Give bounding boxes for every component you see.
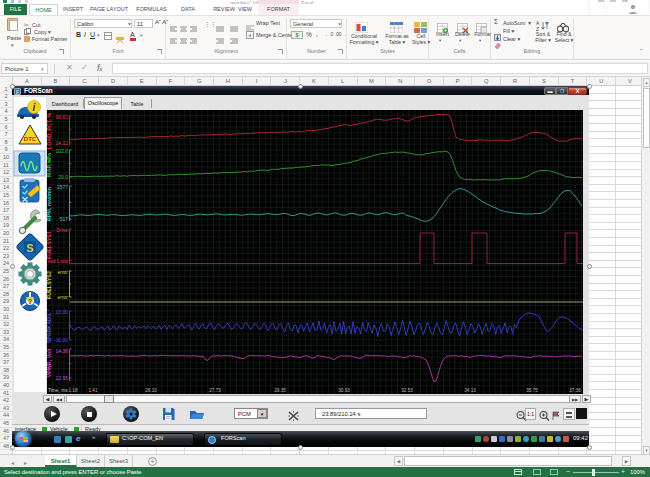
svg-text:26.10: 26.10 <box>145 388 157 393</box>
svg-text:RPM, rev/min: RPM, rev/min <box>47 187 52 221</box>
svg-text:29.35: 29.35 <box>274 388 286 393</box>
svg-text:FUELSYS2: FUELSYS2 <box>47 271 52 299</box>
svg-text:sed Loop: sed Loop <box>47 258 68 264</box>
svg-text:error: error <box>57 294 68 300</box>
svg-text:37.36: 37.36 <box>569 388 581 393</box>
svg-text:14.36: 14.36 <box>55 348 68 354</box>
svg-text:error: error <box>57 269 68 275</box>
svg-text:1.41: 1.41 <box>89 388 98 393</box>
svg-text:32.53: 32.53 <box>401 388 413 393</box>
svg-text:1.18: 1.18 <box>69 388 78 393</box>
svg-text:S: S <box>26 242 33 254</box>
svg-text:99.61: 99.61 <box>55 114 68 120</box>
svg-text:?: ? <box>28 298 32 305</box>
svg-text:102.0: 102.0 <box>55 148 68 154</box>
svg-text:VPWR, Volt: VPWR, Volt <box>47 348 52 377</box>
svg-text:27.73: 27.73 <box>209 388 221 393</box>
svg-text:30.93: 30.93 <box>338 388 350 393</box>
svg-text:20.0: 20.0 <box>58 174 68 180</box>
svg-text:13.00: 13.00 <box>55 309 68 315</box>
svg-text:517: 517 <box>60 216 69 222</box>
svg-text:- Drive: - Drive <box>53 227 68 233</box>
svg-text:2577: 2577 <box>57 184 68 190</box>
svg-text:FUELSYS1: FUELSYS1 <box>47 231 52 259</box>
svg-text:14.12: 14.12 <box>55 140 68 146</box>
svg-text:12.95: 12.95 <box>55 375 68 381</box>
svg-text:MAP, kPa: MAP, kPa <box>47 152 52 177</box>
svg-text:SPARKADV, °: SPARKADV, ° <box>47 309 52 344</box>
svg-text:i: i <box>33 102 36 113</box>
svg-text:-16.00: -16.00 <box>54 337 68 343</box>
svg-text:Time, ms: Time, ms <box>48 388 68 393</box>
svg-text:LOAD_PCT, %: LOAD_PCT, % <box>47 113 52 149</box>
svg-text:35.75: 35.75 <box>526 388 538 393</box>
svg-text:34.13: 34.13 <box>464 388 476 393</box>
svg-text:DTC: DTC <box>24 136 37 142</box>
